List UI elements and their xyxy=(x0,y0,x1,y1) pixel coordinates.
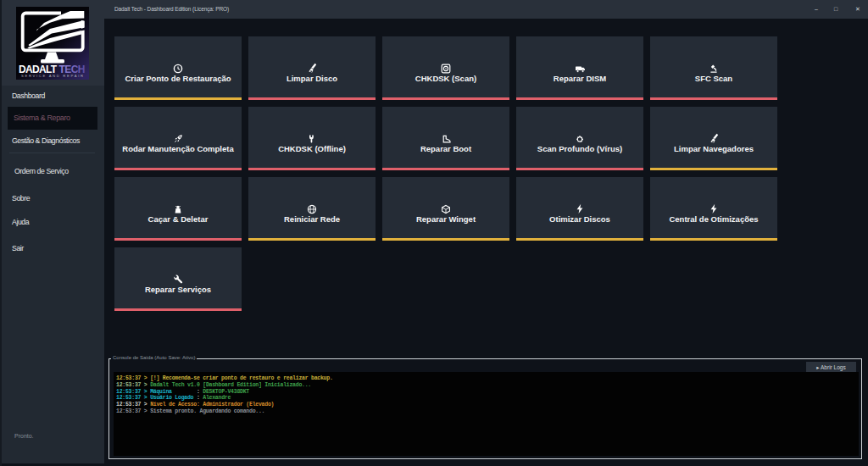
svg-text:SERVICE AND REPAIR: SERVICE AND REPAIR xyxy=(21,74,83,78)
